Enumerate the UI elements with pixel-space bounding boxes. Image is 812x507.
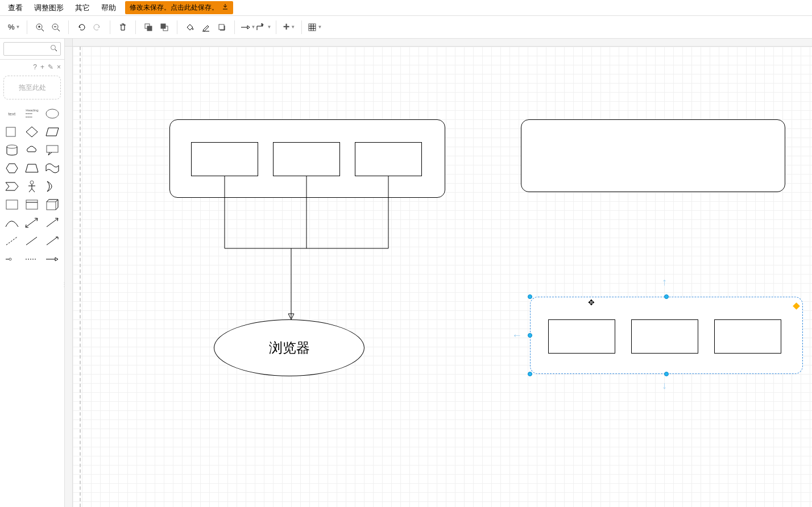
handle-w[interactable] [528, 333, 532, 338]
ellipse-browser[interactable]: 浏览器 [214, 319, 364, 376]
shape-cube[interactable] [44, 197, 61, 212]
zoom-in-button[interactable] [32, 19, 48, 35]
handle-nw[interactable] [528, 294, 532, 299]
box-1c[interactable] [355, 142, 422, 176]
menu-other[interactable]: 其它 [69, 1, 96, 15]
svg-point-26 [30, 181, 34, 184]
menu-adjust[interactable]: 调整图形 [28, 1, 69, 15]
svg-line-38 [26, 237, 37, 245]
svg-rect-32 [26, 200, 38, 209]
sidebar: ? + ✎ × 拖至此处 text Heading━━━━━━ [0, 39, 65, 507]
canvas[interactable]: 浏览器 ↑ ↓ ← ✥ [73, 47, 812, 507]
svg-point-20 [51, 45, 56, 50]
help-icon[interactable]: ? [33, 63, 37, 71]
svg-rect-23 [6, 127, 15, 136]
ruler-vertical[interactable] [65, 47, 73, 507]
shape-arrow[interactable] [44, 215, 61, 230]
arrow-s-icon[interactable]: ↓ [662, 380, 667, 392]
shape-hexagon[interactable] [3, 161, 20, 176]
redo-button[interactable] [89, 19, 105, 35]
to-front-button[interactable] [140, 19, 156, 35]
menu-help[interactable]: 帮助 [96, 1, 122, 15]
svg-line-5 [57, 29, 60, 31]
connection-button[interactable]: ▼ [239, 19, 255, 35]
save-notice[interactable]: 修改未保存。点击此处保存。 [125, 1, 233, 14]
insert-button[interactable]: +▼ [281, 19, 297, 35]
svg-line-1 [42, 29, 44, 31]
shape-cloud[interactable] [24, 143, 41, 157]
svg-rect-34 [47, 202, 56, 210]
line-color-button[interactable] [198, 19, 214, 35]
container-2[interactable] [521, 119, 785, 192]
canvas-container: 浏览器 ↑ ↓ ← ✥ [65, 39, 812, 507]
scratch-toolbar: ? + ✎ × [0, 60, 64, 72]
shape-line[interactable] [24, 234, 41, 248]
shape-trapezoid[interactable] [24, 161, 41, 176]
shape-heading[interactable]: Heading━━━━━━ [24, 106, 41, 121]
menu-bar: 查看 调整图形 其它 帮助 修改未保存。点击此处保存。 [0, 0, 812, 16]
svg-line-35 [26, 219, 37, 227]
shape-callout[interactable] [44, 143, 61, 157]
undo-button[interactable] [73, 19, 89, 35]
handle-n[interactable] [664, 294, 669, 299]
shape-cylinder[interactable] [3, 143, 20, 157]
ruler-corner [65, 39, 73, 47]
shape-card[interactable] [3, 197, 20, 212]
shape-diamond[interactable] [24, 124, 41, 139]
svg-line-21 [55, 49, 57, 51]
box-3b[interactable] [631, 319, 698, 354]
main-area: ? + ✎ × 拖至此处 text Heading━━━━━━ [0, 39, 812, 507]
svg-rect-31 [6, 200, 18, 209]
ruler-horizontal[interactable] [73, 39, 812, 47]
box-3a[interactable] [548, 319, 615, 354]
box-1b[interactable] [273, 142, 340, 176]
shape-parallelogram[interactable] [44, 124, 61, 139]
zoom-out-button[interactable] [48, 19, 64, 35]
svg-line-36 [47, 219, 57, 227]
svg-rect-10 [161, 24, 165, 28]
handle-sw[interactable] [528, 372, 532, 376]
fill-color-button[interactable] [182, 19, 198, 35]
shape-step[interactable] [3, 179, 20, 194]
edit-icon[interactable]: ✎ [48, 63, 53, 71]
shape-tape[interactable] [44, 161, 61, 176]
shape-square[interactable] [3, 124, 20, 139]
shape-actor[interactable] [24, 179, 41, 194]
box-1a[interactable] [191, 142, 258, 176]
add-icon[interactable]: + [40, 63, 44, 71]
shape-thin-arrow[interactable] [44, 234, 61, 248]
move-cursor-icon: ✥ [588, 298, 595, 307]
shape-connector3[interactable] [44, 252, 61, 267]
download-icon [222, 3, 229, 12]
shape-connector2[interactable] [24, 252, 41, 267]
arrow-n-icon[interactable]: ↑ [662, 276, 667, 288]
table-button[interactable]: ▼ [306, 19, 322, 35]
search-icon[interactable] [50, 44, 57, 53]
svg-rect-15 [309, 24, 316, 31]
shape-curve[interactable] [3, 215, 20, 230]
shape-or[interactable] [44, 179, 61, 194]
shape-connector1[interactable] [3, 252, 20, 267]
shape-text[interactable]: text [3, 106, 20, 121]
svg-line-29 [29, 189, 32, 192]
box-3c[interactable] [714, 319, 781, 354]
svg-point-24 [7, 145, 17, 148]
arrow-w-icon[interactable]: ← [512, 330, 522, 342]
svg-rect-8 [147, 26, 152, 31]
shape-dashed[interactable] [3, 234, 20, 248]
svg-point-22 [46, 109, 59, 118]
shape-internal[interactable] [24, 197, 41, 212]
toolbar: %▼ ▼ ▼ +▼ ▼ [0, 16, 812, 39]
to-back-button[interactable] [156, 19, 172, 35]
handle-s[interactable] [664, 372, 669, 376]
delete-button[interactable] [115, 19, 131, 35]
waypoints-button[interactable]: ▼ [255, 19, 271, 35]
zoom-dropdown[interactable]: %▼ [6, 23, 22, 31]
ellipse-label: 浏览器 [269, 339, 310, 357]
close-icon[interactable]: × [57, 63, 61, 71]
menu-view[interactable]: 查看 [2, 1, 28, 15]
scratchpad[interactable]: 拖至此处 [3, 76, 61, 99]
shape-bidir-arrow[interactable] [24, 215, 41, 230]
shadow-button[interactable] [214, 19, 230, 35]
shape-ellipse[interactable] [44, 106, 61, 121]
